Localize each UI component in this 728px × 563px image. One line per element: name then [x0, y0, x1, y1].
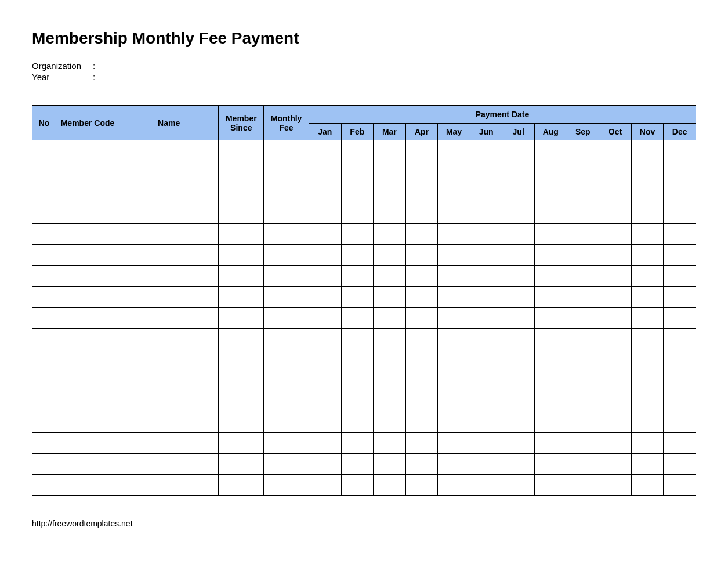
cell-month [599, 308, 632, 329]
cell-month [599, 329, 632, 349]
cell-month [599, 266, 632, 287]
cell-name [119, 454, 219, 475]
cell-month [405, 370, 438, 391]
cell-month [534, 203, 567, 224]
cell-name [119, 245, 219, 266]
cell-month [567, 412, 599, 433]
cell-month [374, 329, 406, 349]
cell-no [32, 349, 56, 370]
cell-month [438, 349, 470, 370]
cell-fee [264, 433, 309, 454]
cell-month [599, 370, 632, 391]
cell-month [502, 266, 535, 287]
cell-month [309, 391, 341, 412]
cell-code [56, 224, 119, 245]
cell-since [219, 182, 264, 203]
cell-month [502, 245, 535, 266]
cell-month [631, 349, 664, 370]
meta-organization-row: Organization : [32, 61, 696, 71]
cell-month [502, 370, 535, 391]
cell-month [374, 287, 406, 308]
cell-month [405, 245, 438, 266]
cell-code [56, 454, 119, 475]
cell-name [119, 224, 219, 245]
table-row [32, 349, 696, 370]
cell-month [470, 161, 502, 182]
cell-month [309, 140, 341, 161]
cell-name [119, 182, 219, 203]
page-title: Membership Monthly Fee Payment [32, 29, 696, 48]
cell-month [470, 224, 502, 245]
cell-month [309, 349, 341, 370]
cell-month [341, 370, 374, 391]
header-month-feb: Feb [341, 124, 374, 140]
cell-month [405, 475, 438, 496]
cell-month [374, 391, 406, 412]
cell-month [664, 287, 696, 308]
cell-month [599, 412, 632, 433]
cell-fee [264, 412, 309, 433]
cell-month [405, 161, 438, 182]
cell-month [438, 475, 470, 496]
cell-month [309, 329, 341, 349]
cell-no [32, 433, 56, 454]
cell-month [664, 266, 696, 287]
cell-month [534, 287, 567, 308]
cell-month [599, 433, 632, 454]
cell-no [32, 308, 56, 329]
cell-month [470, 266, 502, 287]
cell-month [502, 329, 535, 349]
cell-month [341, 161, 374, 182]
header-month-jun: Jun [470, 124, 502, 140]
cell-month [664, 475, 696, 496]
cell-since [219, 412, 264, 433]
cell-code [56, 391, 119, 412]
cell-fee [264, 182, 309, 203]
table-row [32, 287, 696, 308]
cell-no [32, 161, 56, 182]
header-month-dec: Dec [664, 124, 696, 140]
cell-month [631, 203, 664, 224]
cell-month [631, 224, 664, 245]
cell-month [438, 308, 470, 329]
cell-code [56, 308, 119, 329]
cell-month [631, 287, 664, 308]
footer-url: http://freewordtemplates.net [32, 519, 696, 528]
cell-month [309, 245, 341, 266]
cell-month [599, 161, 632, 182]
cell-month [631, 182, 664, 203]
cell-month [567, 370, 599, 391]
cell-month [599, 245, 632, 266]
cell-month [438, 412, 470, 433]
cell-month [341, 433, 374, 454]
cell-no [32, 140, 56, 161]
cell-no [32, 287, 56, 308]
cell-month [502, 433, 535, 454]
cell-month [470, 475, 502, 496]
cell-month [567, 287, 599, 308]
cell-month [341, 475, 374, 496]
cell-month [405, 287, 438, 308]
cell-month [438, 287, 470, 308]
cell-month [374, 433, 406, 454]
cell-month [664, 308, 696, 329]
cell-name [119, 140, 219, 161]
cell-month [534, 370, 567, 391]
cell-month [567, 454, 599, 475]
header-monthly-fee: Monthly Fee [264, 106, 309, 140]
cell-month [374, 349, 406, 370]
cell-code [56, 203, 119, 224]
cell-month [341, 308, 374, 329]
cell-month [341, 287, 374, 308]
header-month-mar: Mar [374, 124, 406, 140]
cell-since [219, 391, 264, 412]
cell-month [534, 412, 567, 433]
cell-no [32, 454, 56, 475]
cell-month [567, 182, 599, 203]
cell-month [470, 454, 502, 475]
header-member-since: Member Since [219, 106, 264, 140]
cell-month [631, 140, 664, 161]
cell-month [341, 329, 374, 349]
header-no: No [32, 106, 56, 140]
cell-fee [264, 287, 309, 308]
